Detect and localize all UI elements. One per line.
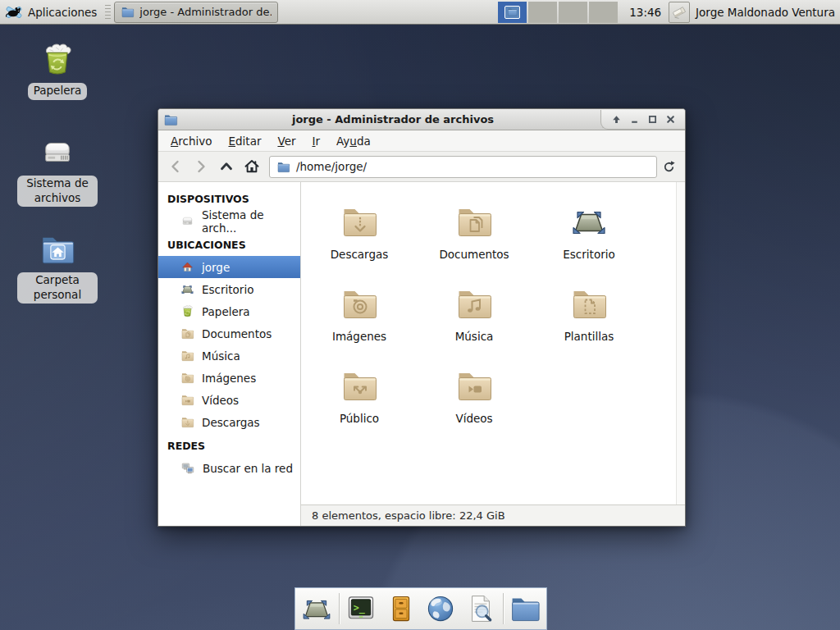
folder-documents-icon bbox=[180, 326, 194, 340]
applications-menu-label: Aplicaciones bbox=[28, 6, 97, 19]
home-folder-icon bbox=[39, 231, 76, 268]
workspace-1[interactable] bbox=[498, 2, 527, 23]
folder-videos-icon bbox=[454, 366, 494, 405]
file-plantillas[interactable]: Plantillas bbox=[534, 284, 644, 343]
sidebar-item-label: Buscar en la red bbox=[203, 462, 293, 475]
workspace-3[interactable] bbox=[559, 2, 587, 23]
file-label: Descargas bbox=[331, 248, 389, 261]
sidebar-item-papelera[interactable]: Papelera bbox=[158, 300, 300, 322]
folder-pictures-icon bbox=[340, 284, 379, 323]
menu-editar[interactable]: Editar bbox=[220, 132, 269, 150]
taskbar-window-button[interactable]: jorge - Administrador de... bbox=[114, 2, 278, 23]
sidebar-item-label: Papelera bbox=[202, 305, 250, 318]
network-icon bbox=[180, 461, 195, 476]
reload-button[interactable] bbox=[657, 156, 681, 178]
user-name[interactable]: Jorge Maldonado Ventura bbox=[696, 6, 835, 19]
folder-templates-icon bbox=[569, 284, 609, 323]
toolbar: /home/jorge/ bbox=[158, 152, 685, 182]
file-label: Música bbox=[455, 330, 494, 343]
sidebar-item-jorge[interactable]: jorge bbox=[158, 256, 300, 278]
maximize-button[interactable] bbox=[643, 110, 661, 128]
minimize-button[interactable] bbox=[625, 110, 643, 128]
sidebar-header-network: REDES bbox=[158, 433, 300, 457]
desktop-icon-label: Papelera bbox=[28, 83, 88, 100]
sidebar-header-devices: DISPOSITIVOS bbox=[158, 186, 300, 210]
file-descargas[interactable]: Descargas bbox=[304, 202, 414, 261]
sidebar-item-musica[interactable]: Música bbox=[158, 345, 300, 367]
back-button[interactable] bbox=[162, 155, 188, 179]
applications-menu-button[interactable]: Aplicaciones bbox=[3, 2, 103, 22]
window-body: DISPOSITIVOS Sistema de arch... UBICACIO… bbox=[158, 182, 685, 526]
file-videos[interactable]: Vídeos bbox=[419, 366, 529, 425]
sidebar-item-escritorio[interactable]: Escritorio bbox=[158, 278, 300, 300]
forward-button[interactable] bbox=[188, 155, 213, 179]
home-button[interactable] bbox=[239, 155, 264, 179]
desktop-icon-filesystem[interactable]: Sistema de archivos bbox=[15, 134, 100, 207]
sidebar-item-documentos[interactable]: Documentos bbox=[158, 322, 300, 345]
window-title: jorge - Administrador de archivos bbox=[191, 113, 595, 126]
trash-icon bbox=[180, 304, 194, 318]
status-text: 8 elementos, espacio libre: 22,4 GiB bbox=[312, 509, 505, 522]
titlebar[interactable]: jorge - Administrador de archivos bbox=[158, 109, 685, 130]
path-bar[interactable]: /home/jorge/ bbox=[269, 156, 657, 178]
folder-downloads-icon bbox=[340, 202, 379, 241]
sidebar-item-imagenes[interactable]: Imágenes bbox=[158, 367, 300, 389]
file-imagenes[interactable]: Imágenes bbox=[304, 284, 414, 343]
menu-ir[interactable]: Ir bbox=[304, 132, 329, 150]
menu-ayuda[interactable]: Ayuda bbox=[328, 132, 379, 150]
show-desktop-button[interactable] bbox=[299, 590, 335, 628]
workspace-2[interactable] bbox=[528, 2, 557, 23]
sidebar-item-filesystem[interactable]: Sistema de arch... bbox=[158, 210, 300, 232]
home-icon bbox=[180, 260, 194, 274]
user-actions-button[interactable] bbox=[669, 2, 690, 23]
workspace-pager bbox=[498, 2, 618, 23]
file-manager-launcher[interactable] bbox=[507, 590, 543, 628]
folder-music-icon bbox=[454, 284, 494, 323]
folder-downloads-icon bbox=[180, 415, 194, 429]
taskbar-grip[interactable] bbox=[105, 5, 111, 20]
workspace-4[interactable] bbox=[589, 2, 618, 23]
file-label: Vídeos bbox=[455, 412, 492, 425]
file-escritorio[interactable]: Escritorio bbox=[534, 202, 644, 261]
sidebar-item-descargas[interactable]: Descargas bbox=[158, 411, 300, 433]
file-label: Escritorio bbox=[563, 248, 614, 261]
desktop-icon-trash[interactable]: Papelera bbox=[15, 41, 100, 100]
sidebar-item-buscar-red[interactable]: Buscar en la red bbox=[158, 457, 300, 479]
clock[interactable]: 13:46 bbox=[629, 6, 661, 19]
file-manager-window: jorge - Administrador de archivos Archiv… bbox=[158, 108, 686, 527]
folder-music-icon bbox=[180, 349, 194, 363]
file-documentos[interactable]: Documentos bbox=[419, 202, 529, 261]
sidebar-item-label: Documentos bbox=[202, 327, 272, 340]
sidebar-item-videos[interactable]: Vídeos bbox=[158, 389, 300, 411]
menu-archivo[interactable]: Archivo bbox=[162, 132, 220, 150]
file-label: Documentos bbox=[439, 248, 509, 261]
close-button[interactable] bbox=[661, 110, 679, 128]
menubar: Archivo Editar Ver Ir Ayuda bbox=[158, 130, 685, 152]
drive-icon bbox=[180, 214, 194, 228]
web-browser-launcher[interactable] bbox=[423, 590, 459, 628]
file-musica[interactable]: Música bbox=[419, 284, 529, 343]
up-button[interactable] bbox=[213, 155, 239, 179]
desktop-icon bbox=[569, 202, 609, 241]
file-search-launcher[interactable] bbox=[463, 590, 499, 628]
desktop-icon-home[interactable]: Carpeta personal bbox=[15, 231, 100, 304]
file-manager-icon bbox=[507, 7, 518, 17]
menu-ver[interactable]: Ver bbox=[269, 132, 304, 150]
terminal-launcher[interactable] bbox=[343, 590, 379, 628]
vertical-scrollbar[interactable] bbox=[676, 182, 685, 504]
sidebar-item-label: Escritorio bbox=[202, 283, 253, 296]
file-publico[interactable]: Público bbox=[304, 366, 414, 425]
folder-public-icon bbox=[340, 366, 379, 405]
dock-separator bbox=[503, 593, 504, 624]
status-bar: 8 elementos, espacio libre: 22,4 GiB bbox=[301, 504, 685, 526]
sidebar-item-label: Vídeos bbox=[202, 394, 239, 407]
desktop-icon-label: Sistema de archivos bbox=[17, 176, 98, 207]
file-search-icon bbox=[464, 592, 497, 625]
folder-videos-icon bbox=[180, 393, 194, 407]
shade-button[interactable] bbox=[607, 110, 625, 128]
file-cabinet-launcher[interactable] bbox=[383, 590, 419, 628]
file-view[interactable]: Descargas Documentos Escritorio Imágenes… bbox=[301, 182, 685, 504]
trash-icon bbox=[39, 41, 76, 79]
file-label: Público bbox=[340, 412, 379, 425]
terminal-icon bbox=[345, 592, 377, 625]
